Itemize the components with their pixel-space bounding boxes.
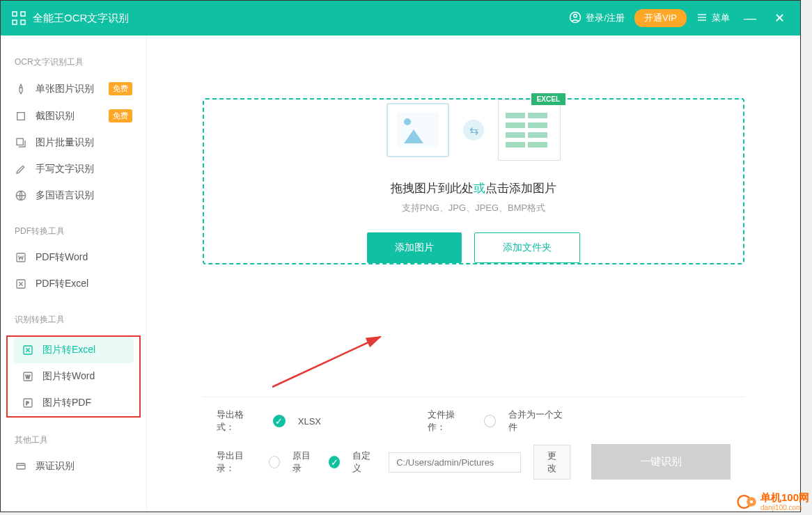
svg-point-25 (750, 500, 754, 504)
main-content: ⇆ EXCEL 拖拽图片到此处或点击添加图片 支持PNG、JPG、JP (147, 35, 800, 512)
watermark: 单机100网 danji100.com (737, 491, 809, 512)
format-xlsx-radio[interactable]: ✓ (273, 415, 286, 427)
sidebar-item-pdf-word[interactable]: PDF转Word (1, 244, 146, 271)
stack-icon (15, 136, 27, 149)
sidebar-item-ticket[interactable]: 票证识别 (1, 453, 146, 480)
path-input[interactable] (389, 452, 521, 473)
add-folder-button[interactable]: 添加文件夹 (474, 232, 580, 263)
bottom-bar: 导出格式： ✓ XLSX 文件操作： 合并为一个文件 导出目录： 原目录 (203, 397, 744, 491)
sidebar-section-pdf: PDF转换工具 (1, 225, 146, 244)
annotation-red-box: 图片转Excel W 图片转Word P 图片转PDF (6, 335, 141, 418)
output-format-label: 导出格式： (217, 409, 260, 434)
ticket-icon (15, 460, 27, 473)
sidebar-item-batch[interactable]: 图片批量识别 (1, 129, 146, 156)
word-icon (15, 251, 27, 264)
hamburger-icon (696, 12, 708, 25)
file-op-label: 文件操作： (428, 409, 471, 434)
sidebar-section-convert: 识别转换工具 (1, 314, 146, 333)
svg-text:P: P (26, 401, 29, 406)
word-file-icon: W (22, 370, 34, 383)
dir-custom-radio[interactable]: ✓ (329, 456, 340, 468)
output-dir-label: 导出目录： (217, 450, 256, 475)
sidebar-section-other: 其他工具 (1, 434, 146, 453)
globe-icon (15, 189, 27, 202)
image-icon (387, 103, 449, 157)
svg-rect-9 (17, 112, 25, 120)
rocket-icon (15, 83, 27, 95)
login-button[interactable]: 登录/注册 (569, 11, 625, 26)
vip-button[interactable]: 开通VIP (634, 9, 687, 27)
menu-button[interactable]: 菜单 (696, 12, 730, 25)
user-icon (569, 11, 581, 26)
svg-rect-1 (21, 12, 25, 16)
svg-rect-3 (21, 20, 25, 24)
excel-file-icon (22, 344, 34, 356)
sidebar-item-img-excel[interactable]: 图片转Excel (13, 337, 134, 363)
drop-zone[interactable]: ⇆ EXCEL 拖拽图片到此处或点击添加图片 支持PNG、JPG、JP (203, 98, 744, 264)
svg-rect-19 (17, 464, 25, 469)
recognize-button[interactable]: 一键识别 (591, 444, 731, 480)
sidebar-item-img-word[interactable]: W 图片转Word (8, 363, 139, 390)
app-logo-icon (12, 11, 26, 25)
drop-subtext: 支持PNG、JPG、JPEG、BMP格式 (402, 202, 546, 214)
modify-path-button[interactable]: 更改 (533, 445, 570, 480)
merge-radio[interactable] (484, 415, 497, 427)
titlebar: 全能王OCR文字识别 登录/注册 开通VIP 菜单 — ✕ (1, 1, 800, 35)
swap-icon: ⇆ (463, 120, 484, 141)
crop-icon (15, 110, 27, 122)
dir-original-radio[interactable] (269, 456, 280, 468)
watermark-logo-icon (737, 491, 758, 512)
free-badge: 免费 (109, 109, 132, 122)
sidebar-item-single-image[interactable]: 单张图片识别 免费 (1, 75, 146, 102)
drop-text: 拖拽图片到此处或点击添加图片 (391, 180, 556, 196)
svg-rect-10 (17, 138, 23, 145)
sidebar-item-img-pdf[interactable]: P 图片转PDF (8, 390, 139, 416)
pen-icon (15, 163, 27, 175)
drop-illustration: ⇆ EXCEL (387, 100, 561, 161)
minimize-button[interactable]: — (740, 11, 760, 26)
free-badge: 免费 (109, 82, 132, 95)
sidebar-item-multilang[interactable]: 多国语言识别 (1, 182, 146, 209)
excel-icon (15, 278, 27, 290)
close-button[interactable]: ✕ (770, 10, 789, 26)
pdf-file-icon: P (22, 397, 34, 409)
svg-rect-0 (13, 12, 17, 16)
sidebar-item-screenshot[interactable]: 截图识别 免费 (1, 102, 146, 129)
svg-rect-2 (13, 20, 17, 24)
add-image-button[interactable]: 添加图片 (367, 232, 462, 263)
excel-doc-icon: EXCEL (498, 100, 561, 161)
sidebar-item-pdf-excel[interactable]: PDF转Excel (1, 271, 146, 297)
svg-text:W: W (26, 374, 31, 379)
svg-point-5 (574, 14, 577, 17)
sidebar-section-ocr: OCR文字识别工具 (1, 56, 146, 75)
sidebar-item-handwriting[interactable]: 手写文字识别 (1, 156, 146, 182)
app-title: 全能王OCR文字识别 (33, 12, 129, 25)
sidebar: OCR文字识别工具 单张图片识别 免费 截图识别 免费 图片批量识别 手写文字识… (1, 35, 147, 512)
